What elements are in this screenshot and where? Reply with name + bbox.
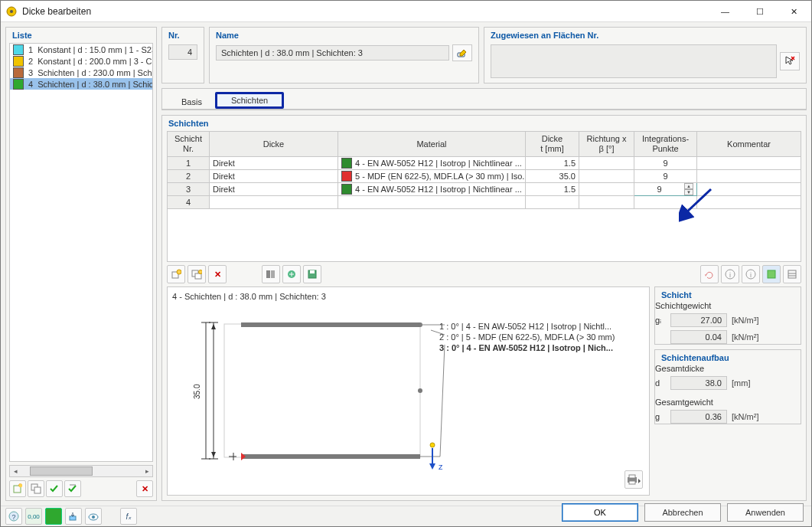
layers-panel: Schichten xyxy=(161,115,807,501)
window-maximize-button[interactable]: ☐ xyxy=(742,1,777,22)
list-item-index: 3 xyxy=(28,68,33,77)
svg-rect-16 xyxy=(271,270,275,278)
copy-item-button[interactable] xyxy=(28,480,44,497)
svg-point-1 xyxy=(10,10,13,13)
svg-rect-50 xyxy=(629,475,635,478)
g-value: 0.36 xyxy=(670,410,727,424)
tab-basis[interactable]: Basis xyxy=(168,93,215,110)
svg-text:?: ? xyxy=(11,513,15,521)
list-item-label: Schichten | d : 230.0 mm | Schich xyxy=(38,68,152,77)
check-down-button[interactable] xyxy=(46,480,63,497)
view-2-button[interactable] xyxy=(783,265,801,283)
ok-button[interactable]: OK xyxy=(562,503,638,522)
delete-item-button[interactable]: ✕ xyxy=(136,480,153,497)
layer-build-header: Schichtenaufbau xyxy=(655,350,801,362)
table-row[interactable]: 4 xyxy=(168,196,801,209)
delete-layer-button[interactable]: ✕ xyxy=(208,265,227,283)
cancel-button[interactable]: Abbrechen xyxy=(644,503,721,522)
list-item[interactable]: 3Schichten | d : 230.0 mm | Schich xyxy=(10,67,152,78)
svg-point-3 xyxy=(19,484,22,487)
svg-rect-25 xyxy=(788,270,796,278)
d-value: 38.0 xyxy=(670,376,727,390)
col-material[interactable]: Material xyxy=(338,132,526,157)
color-button[interactable] xyxy=(45,508,62,525)
rotate-button[interactable] xyxy=(700,265,719,283)
fx-button[interactable]: fₓ xyxy=(120,508,137,525)
pick-surfaces-button[interactable] xyxy=(780,52,800,70)
gi-value: 27.00 xyxy=(670,313,727,327)
table-row[interactable]: 3Direkt4 - EN AW-5052 H12 | Isotrop | Ni… xyxy=(168,183,801,196)
name-label: Name xyxy=(210,28,478,40)
material-swatch-icon xyxy=(341,171,352,182)
thickness-list[interactable]: 1Konstant | d : 15.0 mm | 1 - S2352Konst… xyxy=(9,43,153,462)
assigned-surfaces-panel: Zugewiesen an Flächen Nr. xyxy=(484,27,807,83)
col-integ[interactable]: Integrations-Punkte xyxy=(634,132,697,157)
col-richtung[interactable]: Richtung xβ [°] xyxy=(579,132,634,157)
list-item-label: Schichten | d : 38.0 mm | Schicht xyxy=(38,80,152,89)
list-item[interactable]: 1Konstant | d : 15.0 mm | 1 - S235 xyxy=(10,44,152,55)
name-field[interactable]: Schichten | d : 38.0 mm | Schichten: 3 xyxy=(216,45,449,61)
list-panel-header: Liste xyxy=(6,28,156,40)
library-button[interactable] xyxy=(262,265,280,283)
svg-rect-54 xyxy=(70,516,76,520)
svg-text:z: z xyxy=(439,462,443,471)
window-title: Dicke bearbeiten xyxy=(22,6,708,17)
window-minimize-button[interactable]: — xyxy=(708,1,742,22)
layers-table-empty-area xyxy=(167,209,801,262)
svg-text:i: i xyxy=(729,271,731,279)
col-kommentar[interactable]: Kommentar xyxy=(697,132,801,157)
col-dicke[interactable]: Dicke xyxy=(210,132,338,157)
total-weight-label: Gesamtgewicht xyxy=(655,398,801,407)
svg-rect-38 xyxy=(241,454,420,459)
layers-table[interactable]: SchichtNr. Dicke Material Dicket [mm] Ri… xyxy=(167,131,801,209)
list-item[interactable]: 4Schichten | d : 38.0 mm | Schicht xyxy=(10,78,152,90)
list-item-label: Konstant | d : 15.0 mm | 1 - S235 xyxy=(38,45,152,54)
tab-schichten[interactable]: Schichten xyxy=(215,92,284,109)
material-swatch-icon xyxy=(341,158,352,169)
duplicate-layer-button[interactable] xyxy=(188,265,206,283)
preview-title: 4 - Schichten | d : 38.0 mm | Schichten:… xyxy=(172,292,644,301)
import-button[interactable] xyxy=(282,265,301,283)
window-close-button[interactable]: ✕ xyxy=(777,1,811,22)
layer-weight-header: Schicht xyxy=(655,287,801,300)
col-schicht-nr[interactable]: SchichtNr. xyxy=(168,132,210,157)
ga-value: 0.04 xyxy=(670,330,727,344)
list-horizontal-scrollbar[interactable]: ◂▸ xyxy=(9,465,153,477)
name-panel: Name Schichten | d : 38.0 mm | Schichten… xyxy=(209,27,479,83)
d-label: d xyxy=(655,378,666,388)
list-item[interactable]: 2Konstant | d : 200.0 mm | 3 - C30 xyxy=(10,55,152,67)
list-panel: Liste 1Konstant | d : 15.0 mm | 1 - S235… xyxy=(5,27,157,501)
preview-button[interactable] xyxy=(85,508,102,525)
apply-button[interactable]: Anwenden xyxy=(727,503,804,522)
svg-text:i: i xyxy=(750,271,752,279)
number-panel: Nr. 4 xyxy=(161,27,204,83)
assign-button[interactable] xyxy=(65,508,82,525)
svg-rect-5 xyxy=(34,487,41,493)
layer-weight-label: Schichtgewicht xyxy=(655,301,801,310)
rename-button[interactable] xyxy=(452,44,472,61)
info-1-button[interactable]: i xyxy=(721,265,739,283)
svg-rect-13 xyxy=(195,273,201,279)
check-up-button[interactable] xyxy=(64,480,81,497)
color-swatch-icon xyxy=(13,44,24,55)
add-layer-button[interactable] xyxy=(167,265,185,283)
tabstrip: Basis Schichten xyxy=(162,89,806,110)
print-preview-button[interactable] xyxy=(624,470,643,489)
tabbed-panel: Basis Schichten xyxy=(161,88,807,110)
units-button[interactable]: 0,00 xyxy=(25,508,42,525)
assigned-surfaces-field[interactable] xyxy=(491,44,777,78)
app-icon xyxy=(5,5,18,18)
table-row[interactable]: 2Direkt5 - MDF (EN 622-5), MDF.LA (> 30 … xyxy=(168,170,801,183)
total-thickness-label: Gesamtdicke xyxy=(655,364,801,373)
save-layer-button[interactable] xyxy=(303,265,321,283)
new-item-button[interactable] xyxy=(9,480,26,497)
view-1-button[interactable] xyxy=(762,265,781,283)
table-row[interactable]: 1Direkt4 - EN AW-5052 H12 | Isotrop | Ni… xyxy=(168,157,801,170)
info-2-button[interactable]: i xyxy=(742,265,760,283)
svg-rect-15 xyxy=(266,270,270,278)
help-button[interactable]: ? xyxy=(5,508,22,525)
number-field[interactable]: 4 xyxy=(168,44,197,60)
gi-unit: [kN/m³] xyxy=(732,316,758,325)
col-dicke-t[interactable]: Dicket [mm] xyxy=(526,132,579,157)
g-unit: [kN/m²] xyxy=(732,412,758,421)
